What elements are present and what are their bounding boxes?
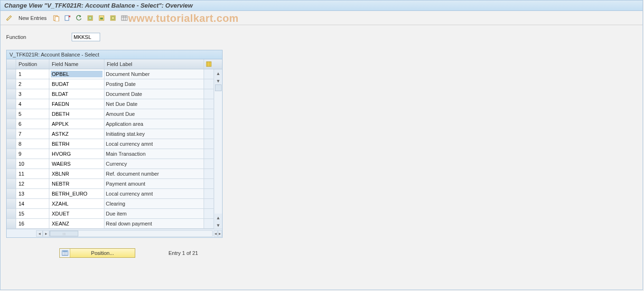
cell-position[interactable] [16,69,49,79]
scroll-down-icon[interactable]: ▾ [215,77,222,84]
position-input[interactable] [18,141,47,147]
scroll-up-icon[interactable]: ▴ [215,69,222,77]
cell-position[interactable] [16,129,49,139]
cell-fieldname[interactable] [49,159,104,169]
position-input[interactable] [18,160,47,167]
row-selector[interactable] [7,129,16,139]
position-input[interactable] [18,131,47,137]
cell-fieldname[interactable] [49,169,104,178]
cell-position[interactable] [16,199,49,208]
fieldname-input[interactable] [51,150,103,157]
scroll-down2-icon[interactable]: ▾ [215,221,222,229]
cell-position[interactable] [16,109,49,119]
fieldname-input[interactable] [51,210,103,217]
row-selector[interactable] [7,149,16,159]
deselect-all-icon[interactable] [108,13,118,23]
row-selector[interactable] [7,209,16,218]
cell-fieldname[interactable] [49,139,104,149]
fieldname-input[interactable] [51,180,103,187]
position-input[interactable] [18,111,47,117]
cell-position[interactable] [16,139,49,149]
fieldname-input[interactable] [51,81,103,87]
cell-fieldname[interactable] [49,99,104,109]
cell-position[interactable] [16,99,49,109]
row-selector[interactable] [7,119,16,129]
fieldname-input[interactable] [51,220,103,227]
row-selector[interactable] [7,159,16,169]
fieldname-input[interactable] [51,141,103,147]
copy-as-icon[interactable] [51,13,61,23]
hscroll-right-icon[interactable]: ▸ [43,230,49,237]
cell-position[interactable] [16,119,49,129]
position-input[interactable] [18,121,47,127]
row-selector[interactable] [7,89,16,99]
table-settings-icon[interactable] [120,13,129,23]
position-input[interactable] [18,150,47,157]
new-entries-button[interactable]: New Entries [16,14,49,22]
column-fieldlabel[interactable]: Field Label [104,59,204,69]
row-selector[interactable] [7,219,16,228]
position-input[interactable] [18,200,47,207]
cell-fieldname[interactable] [49,129,104,139]
cell-fieldname[interactable] [49,219,104,228]
cell-fieldname[interactable] [49,79,104,89]
cell-fieldname[interactable] [49,119,104,129]
function-input[interactable] [72,33,100,41]
cell-position[interactable] [16,219,49,228]
row-selector[interactable] [7,139,16,149]
cell-position[interactable] [16,189,49,198]
row-selector[interactable] [7,169,16,178]
fieldname-input[interactable] [51,101,103,107]
fieldname-input[interactable] [51,131,103,137]
position-input[interactable] [18,91,47,97]
horizontal-scrollbar[interactable]: ◂ ▸ ::: ◂ ▸ [7,229,222,237]
configure-columns-icon[interactable] [204,59,214,69]
fieldname-input[interactable] [51,190,103,197]
fieldname-input[interactable] [51,121,103,127]
position-button[interactable]: Position... [59,248,135,258]
fieldname-input[interactable] [51,71,103,77]
undo-icon[interactable] [74,13,84,23]
cell-fieldname[interactable] [49,109,104,119]
row-selector[interactable] [7,189,16,198]
cell-fieldname[interactable] [49,179,104,188]
cell-fieldname[interactable] [49,89,104,99]
fieldname-input[interactable] [51,170,103,177]
fieldname-input[interactable] [51,160,103,167]
position-input[interactable] [18,170,47,177]
cell-position[interactable] [16,209,49,218]
hscroll-right2-icon[interactable]: ▸ [218,230,222,237]
hscroll-left-icon[interactable]: ◂ [36,230,43,237]
row-selector[interactable] [7,109,16,119]
cell-position[interactable] [16,179,49,188]
select-block-icon[interactable] [97,13,106,23]
position-input[interactable] [18,220,47,227]
position-input[interactable] [18,81,47,87]
position-input[interactable] [18,180,47,187]
position-input[interactable] [18,101,47,107]
cell-position[interactable] [16,89,49,99]
fieldname-input[interactable] [51,200,103,207]
fieldname-input[interactable] [51,111,103,117]
cell-position[interactable] [16,159,49,169]
row-selector[interactable] [7,69,16,79]
cell-position[interactable] [16,79,49,89]
column-fieldname[interactable]: Field Name [49,59,104,69]
row-selector[interactable] [7,199,16,208]
row-selector[interactable] [7,179,16,188]
row-selector[interactable] [7,99,16,109]
row-selector[interactable] [7,79,16,89]
column-position[interactable]: Position [16,59,49,69]
position-input[interactable] [18,190,47,197]
select-all-column[interactable] [7,59,16,69]
vscroll-track[interactable] [215,84,222,214]
hscroll-left2-icon[interactable]: ◂ [214,230,218,237]
toggle-edit-icon[interactable] [4,13,14,23]
cell-fieldname[interactable] [49,199,104,208]
scroll-up2-icon[interactable]: ▴ [215,214,222,221]
cell-fieldname[interactable] [49,69,104,79]
position-input[interactable] [18,210,47,217]
cell-fieldname[interactable] [49,149,104,159]
select-all-icon[interactable] [85,13,95,23]
hscroll-track[interactable]: ::: [49,230,213,237]
